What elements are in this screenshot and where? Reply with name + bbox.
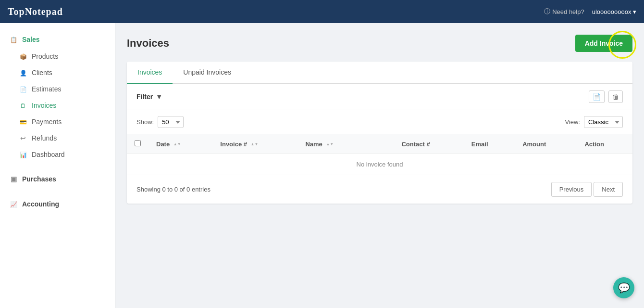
products-icon [19, 52, 27, 60]
pagination-bar: Showing 0 to 0 of 0 entries Previous Nex… [127, 175, 632, 204]
accounting-label: Accounting [22, 200, 59, 208]
header: TopNotepad ⓘ Need help? ulooooooooox ▾ [0, 0, 644, 23]
purchases-section: Purchases [0, 167, 115, 192]
view-control: View: Classic Modern [565, 116, 623, 128]
table-header-row: Date ▲▼ Invoice # ▲▼ Name ▲▼ Contact # E… [127, 134, 632, 154]
help-button[interactable]: ⓘ Need help? [544, 7, 584, 16]
show-select[interactable]: 10 25 50 100 [158, 116, 184, 128]
tab-invoices-label: Invoices [137, 68, 162, 76]
table-body: No invoice found [127, 154, 632, 175]
pagination-buttons: Previous Next [551, 182, 623, 197]
header-right: ⓘ Need help? ulooooooooox ▾ [544, 7, 636, 16]
sidebar-item-estimates[interactable]: Estimates [0, 81, 115, 97]
layout: Sales Products Clients Estimates Invoice… [0, 23, 644, 308]
sidebar-item-dashboard[interactable]: Dashboard [0, 146, 115, 163]
main-content: Invoices Add Invoice Invoices Unpaid Inv… [115, 23, 644, 308]
trash-icon: 🗑 [612, 93, 619, 101]
sidebar-item-refunds[interactable]: Refunds [0, 130, 115, 146]
invoices-icon [19, 102, 27, 109]
sidebar-item-clients[interactable]: Clients [0, 64, 115, 81]
pagination-info: Showing 0 to 0 of 0 entries [136, 186, 211, 193]
refunds-label: Refunds [32, 134, 57, 142]
page-header: Invoices Add Invoice [127, 35, 632, 52]
th-checkbox [127, 134, 149, 154]
accounting-icon [10, 200, 17, 208]
purchases-icon [10, 175, 17, 183]
page-title: Invoices [127, 37, 169, 50]
invoices-card: Invoices Unpaid Invoices Filter ▼ 📄 [127, 62, 632, 204]
previous-button[interactable]: Previous [551, 182, 592, 197]
date-sort-icon: ▲▼ [173, 142, 181, 146]
next-button[interactable]: Next [594, 182, 623, 197]
view-select[interactable]: Classic Modern [584, 116, 623, 128]
logo-text: TopNotepad [8, 6, 63, 17]
export-csv-button[interactable]: 📄 [589, 90, 605, 103]
invoice-table: Date ▲▼ Invoice # ▲▼ Name ▲▼ Contact # E… [127, 134, 632, 175]
products-label: Products [32, 52, 58, 60]
filter-icon: ▼ [156, 93, 162, 101]
select-all-checkbox[interactable] [135, 140, 141, 146]
sales-icon [10, 36, 17, 43]
show-label: Show: [136, 118, 154, 126]
th-date[interactable]: Date ▲▼ [149, 134, 212, 154]
payments-icon [19, 118, 27, 126]
sidebar-accounting-header[interactable]: Accounting [0, 195, 115, 213]
help-label: Need help? [552, 8, 584, 15]
tab-unpaid-label: Unpaid Invoices [183, 68, 231, 76]
estimates-label: Estimates [32, 85, 61, 93]
tabs-bar: Invoices Unpaid Invoices [127, 62, 632, 84]
app-logo: TopNotepad [8, 6, 63, 17]
sidebar-item-invoices[interactable]: Invoices [0, 97, 115, 114]
sales-label: Sales [22, 36, 40, 43]
th-invoice-number[interactable]: Invoice # ▲▼ [212, 134, 297, 154]
filter-text: Filter [136, 93, 153, 101]
sales-section: Sales Products Clients Estimates Invoice… [0, 27, 115, 167]
purchases-label: Purchases [22, 175, 56, 183]
export-icon: 📄 [593, 93, 601, 101]
sidebar-purchases-header[interactable]: Purchases [0, 170, 115, 188]
table-controls: Show: 10 25 50 100 View: Classic Modern [127, 110, 632, 134]
th-name[interactable]: Name ▲▼ [297, 134, 394, 154]
filter-bar: Filter ▼ 📄 🗑 [127, 84, 632, 110]
name-sort-icon: ▲▼ [326, 142, 334, 146]
th-contact[interactable]: Contact # [394, 134, 463, 154]
user-label: ulooooooooox ▾ [592, 8, 636, 15]
payments-label: Payments [32, 118, 62, 126]
refunds-icon [19, 134, 27, 142]
delete-button[interactable]: 🗑 [608, 90, 623, 103]
tab-invoices[interactable]: Invoices [127, 62, 173, 84]
sidebar: Sales Products Clients Estimates Invoice… [0, 23, 115, 308]
dashboard-label: Dashboard [32, 151, 65, 158]
tab-unpaid-invoices[interactable]: Unpaid Invoices [173, 62, 242, 84]
sidebar-item-payments[interactable]: Payments [0, 114, 115, 130]
accounting-section: Accounting [0, 192, 115, 217]
sidebar-sales-header[interactable]: Sales [0, 31, 115, 48]
add-invoice-button[interactable]: Add Invoice [575, 35, 632, 52]
user-menu[interactable]: ulooooooooox ▾ [592, 8, 636, 15]
filter-actions: 📄 🗑 [589, 90, 623, 103]
invoice-sort-icon: ▲▼ [251, 142, 259, 146]
th-email[interactable]: Email [464, 134, 515, 154]
invoices-label: Invoices [32, 102, 56, 109]
chat-bubble[interactable]: 💬 [613, 277, 634, 298]
clients-label: Clients [32, 69, 52, 77]
table-head: Date ▲▼ Invoice # ▲▼ Name ▲▼ Contact # E… [127, 134, 632, 154]
filter-label: Filter ▼ [136, 93, 162, 101]
clients-icon [19, 69, 27, 77]
chat-icon: 💬 [618, 282, 630, 294]
th-action[interactable]: Action [577, 134, 632, 154]
view-label: View: [565, 118, 580, 126]
th-amount[interactable]: Amount [515, 134, 577, 154]
no-data-cell: No invoice found [127, 154, 632, 175]
estimates-icon [19, 85, 27, 93]
show-control: Show: 10 25 50 100 [136, 116, 184, 128]
sidebar-item-products[interactable]: Products [0, 48, 115, 64]
help-icon: ⓘ [544, 7, 550, 16]
dashboard-icon [19, 151, 27, 158]
no-data-row: No invoice found [127, 154, 632, 175]
